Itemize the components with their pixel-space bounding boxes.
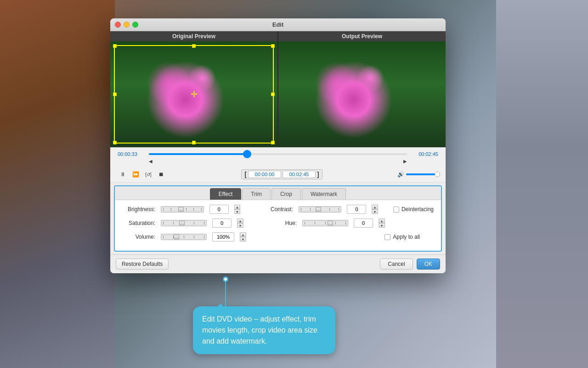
bracket-close-button[interactable]: ] (317, 171, 319, 178)
mark (305, 222, 305, 224)
restore-defaults-button[interactable]: Restore Defaults (116, 259, 169, 270)
end-time-input[interactable] (283, 171, 316, 178)
mark (329, 208, 330, 211)
saturation-slider[interactable] (161, 220, 207, 226)
deinterlacing-group: Deinterlacing (393, 206, 434, 213)
tab-watermark[interactable]: Watermark (302, 188, 346, 200)
traffic-lights (115, 22, 138, 28)
mark (171, 208, 171, 211)
volume-label: Volume: (122, 234, 155, 240)
mark (184, 236, 184, 238)
step-forward-button[interactable]: ⏩ (130, 170, 141, 178)
edit-window: Edit Original Preview ✛ (110, 18, 446, 273)
hue-input[interactable] (354, 218, 373, 228)
contrast-thumb[interactable] (316, 207, 321, 212)
effect-tab-content: Brightness: ▲ ▼ (115, 200, 441, 251)
volume-up[interactable]: ▲ (240, 232, 246, 237)
brightness-row: Brightness: ▲ ▼ (122, 205, 434, 214)
tab-trim[interactable]: Trim (242, 188, 271, 200)
volume-row: Volume: ▲ ▼ (122, 232, 434, 242)
volume-input[interactable] (212, 232, 234, 242)
timeline-row: 00:00:33 00:02:45 (118, 151, 438, 157)
apply-all-group: Apply to all (384, 234, 420, 240)
original-preview-label: Original Preview (110, 31, 277, 41)
hue-stepper: ▲ ▼ (379, 218, 385, 228)
brightness-down[interactable]: ▼ (234, 209, 240, 214)
timeline-track[interactable] (149, 153, 407, 155)
output-preview-label: Output Preview (278, 31, 446, 41)
mark (173, 222, 174, 224)
tab-crop[interactable]: Crop (271, 188, 301, 200)
flower-image (110, 41, 277, 147)
mark (335, 222, 336, 224)
bottom-bar: Restore Defaults Cancel OK (110, 254, 446, 273)
contrast-input[interactable] (347, 205, 366, 214)
volume-slider-marks (161, 236, 206, 238)
mark (201, 208, 202, 211)
volume-stepper: ▲ ▼ (240, 232, 246, 242)
output-preview-video (278, 41, 446, 147)
mark (163, 208, 164, 211)
ok-button[interactable]: OK (417, 259, 440, 270)
timeline-thumb[interactable] (243, 150, 251, 158)
stop-button[interactable]: ⏹ (156, 170, 166, 178)
tab-effect[interactable]: Effect (210, 188, 241, 200)
volume-effect-thumb[interactable] (174, 235, 179, 239)
tabs-panel: Effect Trim Crop Watermark Brightness: (114, 185, 442, 252)
hue-thumb[interactable] (328, 221, 333, 225)
close-button[interactable] (115, 22, 121, 28)
output-flower-image (278, 41, 446, 147)
brightness-slider[interactable] (161, 206, 204, 213)
right-arrow-icon[interactable]: ▶ (403, 159, 407, 164)
brightness-label: Brightness: (122, 206, 155, 213)
maximize-button[interactable] (132, 22, 138, 28)
apply-all-label: Apply to all (393, 234, 420, 240)
left-arrow-icon[interactable]: ◀ (149, 159, 153, 164)
arrows-row: ◀ ▶ (118, 159, 438, 164)
title-bar: Edit (110, 18, 446, 31)
contrast-slider[interactable] (299, 206, 342, 213)
volume-effect-slider[interactable] (161, 234, 207, 240)
tooltip-line (225, 279, 226, 306)
original-preview-section: Original Preview ✛ (110, 31, 277, 147)
mark (301, 208, 301, 211)
hue-slider[interactable] (302, 220, 348, 226)
deinterlacing-label: Deinterlacing (401, 206, 434, 213)
saturation-thumb[interactable] (179, 221, 185, 225)
volume-track[interactable] (406, 173, 438, 175)
brightness-stepper: ▲ ▼ (234, 205, 240, 214)
saturation-down[interactable]: ▼ (237, 223, 243, 228)
saturation-row: Saturation: ▲ ▼ Hu (122, 218, 434, 228)
hue-down[interactable]: ▼ (379, 223, 385, 228)
cancel-button[interactable]: Cancel (380, 259, 413, 270)
mark (194, 236, 194, 238)
saturation-input[interactable] (212, 218, 232, 228)
apply-all-checkbox[interactable] (384, 234, 390, 240)
brightness-input[interactable] (209, 205, 229, 214)
contrast-stepper: ▲ ▼ (372, 205, 378, 214)
timeline-area: 00:00:33 00:02:45 ◀ ▶ (110, 147, 446, 167)
hue-slider-marks (303, 222, 348, 224)
brightness-up[interactable]: ▲ (234, 205, 240, 209)
brightness-thumb[interactable] (178, 207, 184, 212)
saturation-up[interactable]: ▲ (237, 218, 243, 223)
minimize-button[interactable] (124, 22, 130, 28)
volume-group: 🔊 (397, 171, 438, 178)
mark (325, 222, 326, 224)
deinterlacing-checkbox[interactable] (393, 207, 399, 213)
volume-down[interactable]: ▼ (240, 237, 246, 242)
total-time-label: 00:02:45 (411, 151, 438, 157)
start-time-input[interactable] (248, 171, 281, 178)
volume-thumb[interactable] (435, 172, 440, 177)
mark (204, 222, 204, 224)
contrast-up[interactable]: ▲ (372, 205, 378, 209)
pause-button[interactable]: ⏸ (118, 170, 128, 178)
mark (339, 208, 339, 211)
current-time-label: 00:00:33 (118, 151, 145, 157)
contrast-down[interactable]: ▼ (372, 209, 378, 214)
mark (186, 208, 187, 211)
bracket-open-button[interactable]: [ (244, 171, 247, 178)
frame-button[interactable]: [↺] (143, 170, 153, 178)
tooltip-bubble: Edit DVD video – adjust effect, trim mov… (193, 306, 335, 354)
hue-up[interactable]: ▲ (379, 218, 385, 223)
